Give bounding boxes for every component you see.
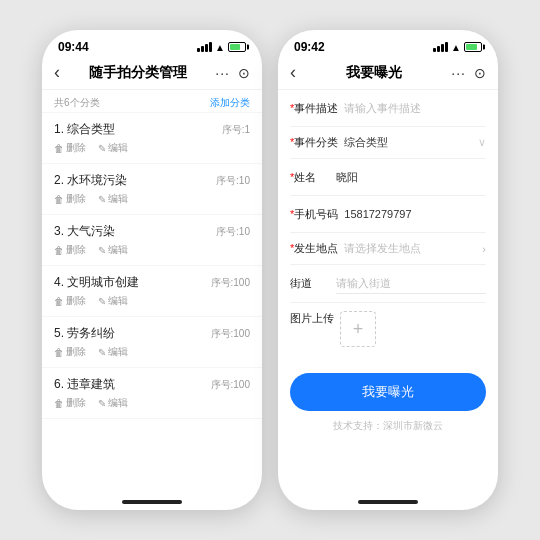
- event-description-label: *事件描述: [290, 101, 338, 116]
- delete-button[interactable]: 🗑 删除: [54, 396, 86, 410]
- category-list: 1. 综合类型 序号:1 🗑 删除 ✎ 编辑 2. 水环境: [42, 113, 262, 492]
- street-input[interactable]: [336, 273, 486, 294]
- edit-button[interactable]: ✎ 编辑: [98, 396, 128, 410]
- delete-button[interactable]: 🗑 删除: [54, 294, 86, 308]
- right-status-icons: ▲: [433, 42, 482, 53]
- edit-button[interactable]: ✎ 编辑: [98, 192, 128, 206]
- edit-icon: ✎: [98, 194, 106, 205]
- street-field: 街道: [290, 273, 486, 303]
- trash-icon: 🗑: [54, 245, 64, 256]
- edit-icon: ✎: [98, 143, 106, 154]
- category-actions: 🗑 删除 ✎ 编辑: [54, 396, 250, 414]
- edit-button[interactable]: ✎ 编辑: [98, 141, 128, 155]
- right-phone: 09:42 ▲ ‹ 我要曝光 ··· ⊙: [278, 30, 498, 510]
- edit-button[interactable]: ✎ 编辑: [98, 294, 128, 308]
- delete-button[interactable]: 🗑 删除: [54, 141, 86, 155]
- edit-icon: ✎: [98, 347, 106, 358]
- name-input[interactable]: [336, 167, 486, 187]
- category-order: 序号:1: [222, 123, 250, 137]
- home-bar-indicator: [122, 500, 182, 504]
- right-phone-content: ‹ 我要曝光 ··· ⊙ *事件描述 *事件分类 综合: [278, 58, 498, 510]
- right-settings-icon[interactable]: ⊙: [474, 65, 486, 81]
- category-order: 序号:10: [216, 174, 250, 188]
- left-nav-title: 随手拍分类管理: [89, 64, 187, 82]
- category-actions: 🗑 删除 ✎ 编辑: [54, 243, 250, 261]
- battery-icon: [464, 42, 482, 52]
- left-time: 09:44: [58, 40, 89, 54]
- category-actions: 🗑 删除 ✎ 编辑: [54, 294, 250, 312]
- edit-icon: ✎: [98, 296, 106, 307]
- left-settings-icon[interactable]: ⊙: [238, 65, 250, 81]
- delete-button[interactable]: 🗑 删除: [54, 192, 86, 206]
- location-label: *发生地点: [290, 241, 338, 256]
- chevron-down-icon: ∨: [478, 136, 486, 149]
- left-status-icons: ▲: [197, 42, 246, 53]
- add-category-button[interactable]: 添加分类: [210, 96, 250, 110]
- edit-button[interactable]: ✎ 编辑: [98, 345, 128, 359]
- category-order: 序号:100: [211, 327, 250, 341]
- right-more-icon[interactable]: ···: [451, 65, 466, 81]
- home-bar-indicator: [358, 500, 418, 504]
- street-label: 街道: [290, 276, 330, 291]
- left-phone-content: ‹ 随手拍分类管理 ··· ⊙ 共6个分类 添加分类 1. 综合类型 序号:1: [42, 58, 262, 510]
- left-nav-bar: ‹ 随手拍分类管理 ··· ⊙: [42, 58, 262, 90]
- right-time: 09:42: [294, 40, 325, 54]
- category-order: 序号:10: [216, 225, 250, 239]
- form-scroll: *事件描述 *事件分类 综合类型 ∨ *姓名: [278, 90, 498, 492]
- right-nav-title: 我要曝光: [346, 64, 402, 82]
- right-home-bar: [278, 492, 498, 510]
- category-item-row: 6. 违章建筑 序号:100: [54, 376, 250, 393]
- list-item: 5. 劳务纠纷 序号:100 🗑 删除 ✎ 编辑: [42, 317, 262, 368]
- edit-icon: ✎: [98, 398, 106, 409]
- battery-icon: [228, 42, 246, 52]
- category-count: 共6个分类: [54, 96, 100, 110]
- left-more-icon[interactable]: ···: [215, 65, 230, 81]
- location-select[interactable]: 请选择发生地点 ›: [344, 241, 486, 256]
- battery-fill: [466, 44, 477, 50]
- left-home-bar: [42, 492, 262, 510]
- category-item-row: 3. 大气污染 序号:10: [54, 223, 250, 240]
- signal-icon: [433, 42, 448, 52]
- left-nav-icons: ··· ⊙: [215, 65, 250, 81]
- signal-icon: [197, 42, 212, 52]
- event-description-input[interactable]: [344, 98, 486, 118]
- right-back-button[interactable]: ‹: [290, 62, 296, 83]
- edit-icon: ✎: [98, 245, 106, 256]
- trash-icon: 🗑: [54, 398, 64, 409]
- category-subtitle-row: 共6个分类 添加分类: [42, 90, 262, 113]
- list-item: 1. 综合类型 序号:1 🗑 删除 ✎ 编辑: [42, 113, 262, 164]
- plus-icon: +: [353, 319, 364, 340]
- category-name: 1. 综合类型: [54, 121, 115, 138]
- wifi-icon: ▲: [215, 42, 225, 53]
- upload-button[interactable]: +: [340, 311, 376, 347]
- location-field: *发生地点 请选择发生地点 ›: [290, 241, 486, 265]
- category-actions: 🗑 删除 ✎ 编辑: [54, 345, 250, 363]
- phone-field: *手机号码: [290, 204, 486, 233]
- submit-button[interactable]: 我要曝光: [290, 373, 486, 411]
- name-field: *姓名: [290, 167, 486, 196]
- category-item-row: 2. 水环境污染 序号:10: [54, 172, 250, 189]
- list-item: 3. 大气污染 序号:10 🗑 删除 ✎ 编辑: [42, 215, 262, 266]
- category-name: 6. 违章建筑: [54, 376, 115, 393]
- category-actions: 🗑 删除 ✎ 编辑: [54, 141, 250, 159]
- list-item: 4. 文明城市创建 序号:100 🗑 删除 ✎ 编辑: [42, 266, 262, 317]
- phone-input[interactable]: [344, 204, 486, 224]
- category-actions: 🗑 删除 ✎ 编辑: [54, 192, 250, 210]
- right-nav-icons: ··· ⊙: [451, 65, 486, 81]
- delete-button[interactable]: 🗑 删除: [54, 243, 86, 257]
- phone-label: *手机号码: [290, 207, 338, 222]
- upload-label: 图片上传: [290, 311, 334, 326]
- event-category-select[interactable]: 综合类型 ∨: [344, 135, 486, 150]
- edit-button[interactable]: ✎ 编辑: [98, 243, 128, 257]
- category-name: 5. 劳务纠纷: [54, 325, 115, 342]
- event-category-label: *事件分类: [290, 135, 338, 150]
- list-item: 2. 水环境污染 序号:10 🗑 删除 ✎ 编辑: [42, 164, 262, 215]
- category-item-row: 4. 文明城市创建 序号:100: [54, 274, 250, 291]
- left-phone: 09:44 ▲ ‹ 随手拍分类管理 ··· ⊙ 共6个分类: [42, 30, 262, 510]
- category-name: 2. 水环境污染: [54, 172, 127, 189]
- left-status-bar: 09:44 ▲: [42, 30, 262, 58]
- delete-button[interactable]: 🗑 删除: [54, 345, 86, 359]
- left-back-button[interactable]: ‹: [54, 62, 60, 83]
- event-description-field: *事件描述: [290, 98, 486, 127]
- category-name: 4. 文明城市创建: [54, 274, 139, 291]
